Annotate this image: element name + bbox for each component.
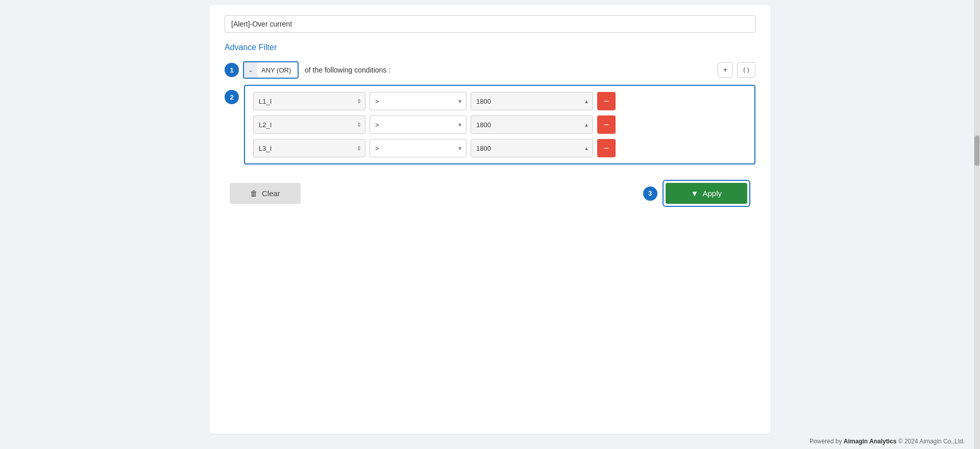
- operator-select-3[interactable]: > < =: [370, 139, 467, 157]
- filter-icon: ▼: [691, 189, 699, 198]
- footer-text: Powered by: [810, 438, 844, 445]
- alert-input-section: [225, 15, 755, 33]
- conditions-box: L1_I L2_I L3_I > < =: [244, 85, 755, 164]
- trash-icon: 🗑: [250, 189, 258, 198]
- step-2-badge: 2: [225, 90, 239, 104]
- alert-input[interactable]: [225, 15, 755, 33]
- step-1-badge: 1: [225, 63, 239, 77]
- condition-row-3: L1_I L2_I L3_I > < =: [253, 139, 746, 157]
- operator-select-1[interactable]: > < =: [370, 92, 467, 110]
- scrollbar[interactable]: [974, 0, 980, 449]
- apply-label: Apply: [702, 189, 722, 198]
- bottom-actions: 🗑 Clear 3 ▼ Apply: [225, 180, 755, 207]
- chevron-down-icon[interactable]: ⌄: [244, 62, 257, 78]
- value-select-wrapper-1: 1800 1000 2000: [471, 92, 593, 110]
- group-button[interactable]: (): [737, 62, 755, 78]
- value-select-wrapper-2: 1800 1000 2000: [471, 115, 593, 134]
- operator-select-wrapper-1: > < =: [370, 92, 467, 110]
- footer-brand: Aimagin Analytics: [844, 438, 897, 445]
- value-select-3[interactable]: 1800 1000 2000: [471, 139, 593, 157]
- condition-row-1: L1_I L2_I L3_I > < =: [253, 92, 746, 110]
- apply-section: 3 ▼ Apply: [663, 180, 750, 207]
- condition-select[interactable]: ANY (OR) ALL (AND): [257, 62, 298, 78]
- operator-select-wrapper-3: > < =: [370, 139, 467, 157]
- filter-header-row: 1 ⌄ ANY (OR) ALL (AND) of the following …: [225, 61, 755, 79]
- advance-filter-title: Advance Filter: [225, 43, 755, 52]
- remove-row-2-button[interactable]: −: [597, 115, 616, 134]
- condition-row-2: L1_I L2_I L3_I > < =: [253, 115, 746, 134]
- field-select-1[interactable]: L1_I L2_I L3_I: [253, 92, 365, 110]
- scrollbar-thumb[interactable]: [974, 135, 979, 166]
- footer-copyright: © 2024 Aimagin Co.,Ltd.: [898, 438, 965, 445]
- condition-select-wrapper: ⌄ ANY (OR) ALL (AND): [243, 61, 299, 79]
- main-content: Advance Filter 1 ⌄ ANY (OR) ALL (AND) of…: [0, 0, 980, 434]
- page-wrapper: Advance Filter 1 ⌄ ANY (OR) ALL (AND) of…: [0, 0, 980, 449]
- value-select-1[interactable]: 1800 1000 2000: [471, 92, 593, 110]
- field-select-wrapper-1: L1_I L2_I L3_I: [253, 92, 365, 110]
- clear-label: Clear: [262, 189, 280, 198]
- remove-row-1-button[interactable]: −: [597, 92, 616, 110]
- clear-button[interactable]: 🗑 Clear: [230, 183, 301, 204]
- value-select-2[interactable]: 1800 1000 2000: [471, 115, 593, 134]
- condition-text: of the following conditions :: [305, 66, 390, 74]
- operator-select-wrapper-2: > < =: [370, 115, 467, 134]
- remove-row-3-button[interactable]: −: [597, 139, 616, 157]
- footer: Powered by Aimagin Analytics © 2024 Aima…: [0, 434, 980, 449]
- value-select-wrapper-3: 1800 1000 2000: [471, 139, 593, 157]
- step-3-badge: 3: [643, 186, 657, 201]
- add-condition-button[interactable]: +: [718, 62, 733, 78]
- apply-outer-border: ▼ Apply: [663, 180, 750, 207]
- field-select-3[interactable]: L1_I L2_I L3_I: [253, 139, 365, 157]
- apply-button[interactable]: ▼ Apply: [666, 183, 747, 204]
- operator-select-2[interactable]: > < =: [370, 115, 467, 134]
- card: Advance Filter 1 ⌄ ANY (OR) ALL (AND) of…: [209, 5, 771, 434]
- conditions-area: 2 L1_I L2_I L3_I: [225, 85, 755, 164]
- field-select-wrapper-2: L1_I L2_I L3_I: [253, 115, 365, 134]
- field-select-2[interactable]: L1_I L2_I L3_I: [253, 115, 365, 134]
- field-select-wrapper-3: L1_I L2_I L3_I: [253, 139, 365, 157]
